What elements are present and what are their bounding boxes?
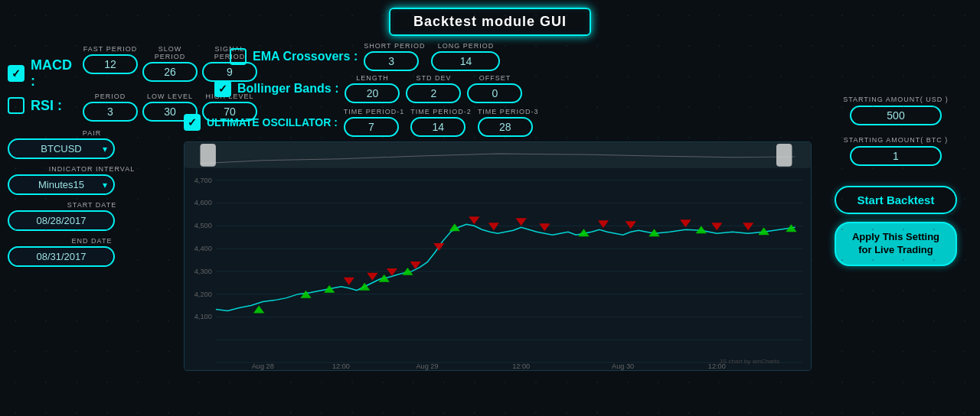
svg-rect-2 — [200, 144, 215, 167]
interval-dropdown-wrapper: Minutes15 Minutes30 Hours1 Hours4 Daily — [8, 174, 115, 195]
starting-usd-label: STARTING AMOUNT( USD ) — [843, 96, 949, 103]
long-period-label: LONG PERIOD — [431, 42, 500, 50]
bb-offset-group: OFFSET — [467, 74, 522, 103]
short-period-group: SHORT PERIOD — [364, 42, 425, 71]
bb-length-label: LENGTH — [345, 74, 400, 82]
right-panel: STARTING AMOUNT( USD ) STARTING AMOUNT( … — [819, 42, 972, 371]
bb-label: Bollinger Bands : — [237, 82, 338, 96]
bb-stddev-label: STD DEV — [406, 74, 461, 82]
bb-stddev-group: STD DEV — [406, 74, 461, 103]
pair-dropdown-wrapper: BTCUSD ETHUSD LTCUSD — [8, 138, 115, 159]
svg-rect-3 — [776, 144, 792, 167]
svg-text:12:00: 12:00 — [512, 362, 530, 370]
interval-label: INDICATOR INTERVAL — [8, 165, 176, 173]
long-period-input[interactable] — [431, 51, 500, 71]
svg-text:12:00: 12:00 — [332, 362, 350, 370]
bb-offset-input[interactable] — [467, 83, 522, 103]
uo-tp2-group: TIME PERIOD-2 — [410, 108, 472, 137]
macd-label: MACD : — [31, 57, 77, 89]
bb-row: Bollinger Bands : LENGTH STD DEV OFFSET — [184, 74, 812, 103]
bb-stddev-input[interactable] — [406, 83, 461, 103]
rsi-label: RSI : — [31, 98, 77, 114]
chart-container: 4,700 4,600 4,500 4,400 4,300 4,200 4,10… — [184, 141, 812, 371]
ema-checkbox[interactable] — [230, 48, 247, 65]
center-area: EMA Crossovers : SHORT PERIOD LONG PERIO… — [184, 42, 812, 371]
bb-length-group: LENGTH — [345, 74, 400, 103]
svg-text:4,300: 4,300 — [194, 268, 212, 275]
apply-live-trading-button[interactable]: Apply This Setting for Live Trading — [835, 222, 957, 266]
long-period-group: LONG PERIOD — [431, 42, 500, 71]
svg-text:4,200: 4,200 — [194, 291, 212, 298]
pair-label: PAIR — [8, 129, 176, 137]
uo-tp3-input[interactable] — [478, 117, 533, 137]
end-date-input[interactable] — [8, 246, 115, 267]
ema-row: EMA Crossovers : SHORT PERIOD LONG PERIO… — [184, 42, 812, 71]
starting-usd-section: STARTING AMOUNT( USD ) — [819, 96, 972, 125]
uo-tp1-input[interactable] — [344, 117, 399, 137]
fast-period-label: FAST PERIOD — [83, 45, 138, 53]
uo-checkbox[interactable] — [184, 114, 201, 131]
short-period-label: SHORT PERIOD — [364, 42, 425, 50]
short-period-input[interactable] — [364, 51, 419, 71]
svg-rect-0 — [185, 142, 811, 370]
bb-length-input[interactable] — [345, 83, 400, 103]
pair-section: PAIR BTCUSD ETHUSD LTCUSD — [8, 129, 176, 159]
uo-tp2-label: TIME PERIOD-2 — [410, 108, 472, 115]
svg-text:4,600: 4,600 — [194, 200, 212, 207]
starting-btc-section: STARTING AMOUNT( BTC ) — [819, 136, 972, 166]
rsi-period-input[interactable] — [83, 102, 138, 122]
uo-tp1-group: TIME PERIOD-1 — [344, 108, 405, 137]
rsi-period-label: PERIOD — [83, 93, 138, 100]
fast-period-group: FAST PERIOD — [83, 45, 138, 82]
svg-text:Aug 28: Aug 28 — [252, 362, 274, 370]
start-date-label: START DATE — [8, 201, 176, 209]
macd-checkbox[interactable] — [8, 65, 24, 82]
starting-btc-label: STARTING AMOUNT( BTC ) — [844, 136, 949, 144]
rsi-period-group: PERIOD — [83, 93, 138, 122]
svg-rect-1 — [185, 142, 811, 168]
fast-period-input[interactable] — [83, 54, 138, 74]
svg-text:4,500: 4,500 — [194, 222, 212, 229]
svg-text:Aug 30: Aug 30 — [612, 362, 634, 370]
uo-tp3-group: TIME PERIOD-3 — [478, 108, 539, 137]
start-date-input[interactable] — [8, 210, 115, 231]
top-indicators: EMA Crossovers : SHORT PERIOD LONG PERIO… — [184, 42, 812, 137]
uo-tp3-label: TIME PERIOD-3 — [478, 108, 539, 115]
interval-select[interactable]: Minutes15 Minutes30 Hours1 Hours4 Daily — [8, 174, 115, 195]
chart-svg: 4,700 4,600 4,500 4,400 4,300 4,200 4,10… — [185, 142, 811, 370]
svg-text:4,700: 4,700 — [194, 177, 212, 184]
svg-text:4,100: 4,100 — [194, 314, 212, 321]
page-title: Backtest module GUI — [389, 8, 591, 36]
start-date-section: START DATE — [8, 201, 176, 231]
svg-text:JS chart by amCharts: JS chart by amCharts — [720, 358, 779, 365]
rsi-checkbox[interactable] — [8, 97, 24, 114]
uo-tp1-label: TIME PERIOD-1 — [344, 108, 405, 115]
left-sidebar: MACD : FAST PERIOD SLOW PERIOD SIGNAL PE… — [8, 42, 176, 371]
bb-offset-label: OFFSET — [467, 74, 522, 82]
interval-section: INDICATOR INTERVAL Minutes15 Minutes30 H… — [8, 165, 176, 195]
pair-select[interactable]: BTCUSD ETHUSD LTCUSD — [8, 138, 115, 159]
uo-row: ULTIMATE OSCILLATOR : TIME PERIOD-1 TIME… — [184, 108, 812, 137]
starting-usd-input[interactable] — [850, 106, 942, 125]
end-date-section: END DATE — [8, 237, 176, 267]
rsi-section: RSI : PERIOD LOW LEVEL HIGH LEVEL — [8, 93, 176, 122]
start-backtest-button[interactable]: Start Backtest — [835, 186, 957, 214]
macd-section: MACD : FAST PERIOD SLOW PERIOD SIGNAL PE… — [8, 45, 176, 89]
uo-tp2-input[interactable] — [410, 117, 466, 137]
starting-btc-input[interactable] — [850, 146, 942, 166]
action-buttons: Start Backtest Apply This Setting for Li… — [819, 178, 972, 266]
ema-label: EMA Crossovers : — [253, 50, 358, 63]
svg-text:4,400: 4,400 — [194, 245, 212, 252]
uo-label: ULTIMATE OSCILLATOR : — [207, 116, 338, 128]
bb-checkbox[interactable] — [214, 80, 231, 97]
svg-text:Aug 29: Aug 29 — [416, 362, 438, 370]
end-date-label: END DATE — [8, 237, 176, 245]
